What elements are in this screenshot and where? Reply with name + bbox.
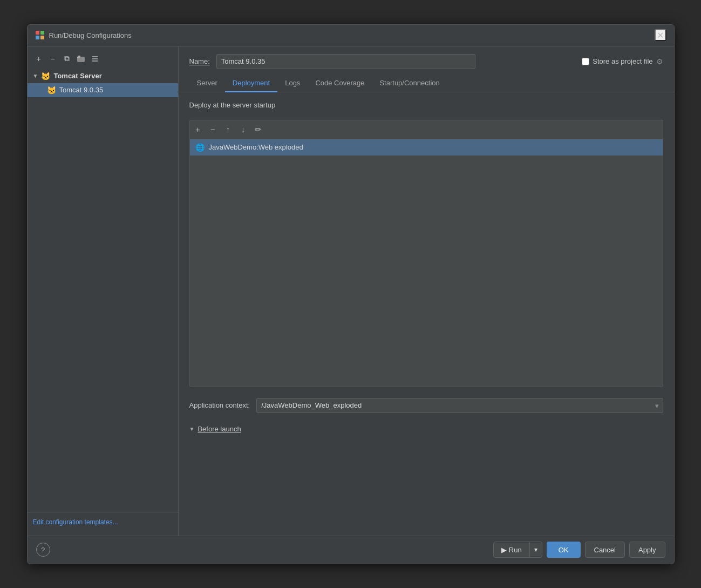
run-debug-dialog: Run/Debug Configurations ✕ + − ⧉ — [27, 24, 675, 564]
close-button[interactable]: ✕ — [655, 29, 666, 41]
tomcat-child-item[interactable]: 🐱 Tomcat 9.0.35 — [28, 83, 178, 97]
deploy-toolbar: + − ↑ ↓ ✏ — [189, 120, 663, 139]
folder-config-button[interactable] — [75, 53, 87, 65]
svg-rect-6 — [78, 56, 80, 57]
right-panel: Name: Store as project file ⚙ Server Dep… — [179, 46, 674, 536]
ok-button[interactable]: OK — [547, 542, 581, 558]
deploy-section: + − ↑ ↓ ✏ 🌐 JavaWebDemo:Web exploded — [189, 120, 663, 387]
tomcat-icon: 🐱 — [41, 72, 50, 80]
deploy-remove-button[interactable]: − — [207, 124, 219, 136]
apply-button[interactable]: Apply — [629, 542, 665, 558]
app-context-select[interactable]: /JavaWebDemo_Web_exploded — [256, 398, 663, 413]
tomcat-server-parent[interactable]: ▼ 🐱 Tomcat Server — [28, 69, 178, 83]
before-launch-chevron-icon: ▼ — [189, 426, 195, 432]
deploy-add-button[interactable]: + — [192, 124, 204, 136]
remove-config-button[interactable]: − — [47, 53, 59, 65]
deploy-item-label: JavaWebDemo:Web exploded — [209, 143, 303, 151]
tab-content-deployment: Deploy at the server startup + − ↑ ↓ ✏ — [179, 92, 674, 536]
title-bar-left: Run/Debug Configurations — [35, 30, 132, 40]
copy-config-button[interactable]: ⧉ — [61, 53, 73, 65]
tab-deployment[interactable]: Deployment — [225, 75, 277, 92]
tomcat-child-icon: 🐱 — [47, 86, 56, 94]
help-button[interactable]: ? — [36, 543, 50, 557]
tab-bar: Server Deployment Logs Code Coverage Sta… — [179, 75, 674, 92]
app-context-label: Application context: — [189, 401, 250, 409]
deploy-list: 🌐 JavaWebDemo:Web exploded — [189, 139, 663, 387]
dialog-title: Run/Debug Configurations — [49, 31, 132, 39]
store-project-label: Store as project file — [593, 57, 652, 65]
tomcat-server-label: Tomcat Server — [53, 72, 101, 80]
before-launch-label: Before launch — [198, 425, 241, 433]
tab-startup-connection[interactable]: Startup/Connection — [372, 75, 447, 92]
run-button-group: ▶ Run ▾ — [493, 542, 542, 558]
app-context-row: Application context: /JavaWebDemo_Web_ex… — [189, 398, 663, 413]
deploy-list-item[interactable]: 🌐 JavaWebDemo:Web exploded — [190, 139, 663, 156]
sidebar-toolbar: + − ⧉ — [28, 51, 178, 69]
sidebar-footer: Edit configuration templates... — [28, 512, 178, 531]
sidebar-tree: ▼ 🐱 Tomcat Server 🐱 Tomcat 9.0.35 — [28, 69, 178, 512]
sidebar: + − ⧉ — [28, 46, 179, 536]
deploy-item-icon: 🌐 — [195, 143, 205, 152]
store-project-gear-icon[interactable]: ⚙ — [656, 57, 663, 66]
deploy-section-title: Deploy at the server startup — [189, 101, 663, 109]
main-content: + − ⧉ — [28, 46, 674, 536]
tab-server[interactable]: Server — [189, 75, 225, 92]
app-context-wrapper: /JavaWebDemo_Web_exploded — [256, 398, 663, 413]
deploy-move-up-button[interactable]: ↑ — [222, 124, 234, 136]
svg-rect-2 — [36, 36, 39, 39]
svg-rect-0 — [36, 31, 39, 35]
tomcat-child-label: Tomcat 9.0.35 — [59, 86, 104, 94]
name-row: Name: Store as project file ⚙ — [179, 46, 674, 75]
cancel-button[interactable]: Cancel — [585, 542, 625, 558]
title-bar: Run/Debug Configurations ✕ — [28, 25, 674, 46]
run-dropdown-button[interactable]: ▾ — [530, 543, 542, 556]
run-button[interactable]: ▶ Run — [494, 543, 529, 557]
tree-chevron: ▼ — [33, 73, 38, 79]
right-scroll-container: Deploy at the server startup + − ↑ ↓ ✏ — [179, 92, 674, 536]
edit-templates-link[interactable]: Edit configuration templates... — [33, 518, 118, 526]
name-label: Name: — [189, 57, 210, 65]
before-launch-section: ▼ Before launch — [189, 422, 663, 436]
name-input[interactable] — [216, 54, 475, 69]
store-project-area: Store as project file ⚙ — [582, 57, 663, 66]
bottom-bar: ? ▶ Run ▾ OK Cancel Apply — [28, 536, 674, 564]
tab-logs[interactable]: Logs — [277, 75, 308, 92]
app-icon — [35, 30, 45, 40]
deploy-edit-button[interactable]: ✏ — [253, 124, 264, 136]
store-project-checkbox[interactable] — [582, 58, 589, 65]
action-buttons: ▶ Run ▾ OK Cancel Apply — [493, 542, 665, 558]
sort-config-button[interactable] — [89, 53, 101, 65]
before-launch-header[interactable]: ▼ Before launch — [189, 422, 663, 436]
svg-rect-1 — [40, 31, 44, 35]
svg-rect-3 — [40, 36, 44, 39]
tab-code-coverage[interactable]: Code Coverage — [308, 75, 372, 92]
add-config-button[interactable]: + — [33, 53, 45, 65]
deploy-move-down-button[interactable]: ↓ — [237, 124, 249, 136]
